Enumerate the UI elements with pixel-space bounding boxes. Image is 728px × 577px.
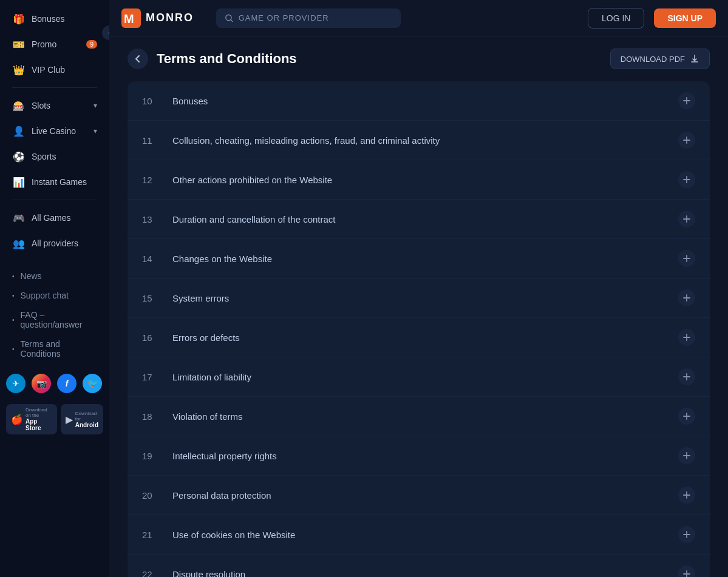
sidebar-item-all-games[interactable]: 🎮 All Games (6, 206, 103, 229)
apple-icon: 🍎 (11, 414, 23, 425)
terms-number: 12 (142, 175, 160, 185)
terms-expand-button[interactable] (678, 289, 695, 306)
terms-expand-button[interactable] (678, 132, 695, 149)
sidebar-item-label: Promo (32, 39, 56, 49)
terms-item[interactable]: 22 Dispute resolution (128, 555, 710, 577)
google-play-label: Android (75, 422, 98, 428)
sidebar-item-sports[interactable]: ⚽ Sports (6, 145, 103, 168)
terms-expand-button[interactable] (678, 211, 695, 228)
terms-label: Changes on the Website (172, 254, 666, 264)
google-play-sublabel: Download for (75, 411, 98, 422)
plus-icon (682, 451, 691, 460)
sidebar-item-label: Bonuses (32, 14, 64, 24)
plus-icon (682, 175, 691, 184)
terms-label: Intellectual property rights (172, 451, 666, 461)
vip-icon: 👑 (12, 63, 26, 76)
terms-item[interactable]: 11 Collusion, cheating, misleading actio… (128, 121, 710, 160)
sidebar-link-label: News (21, 271, 42, 281)
sidebar-item-promo[interactable]: 🎫 Promo 9 (6, 33, 103, 56)
terms-label: Dispute resolution (172, 569, 666, 578)
sidebar-item-slots[interactable]: 🎰 Slots ▾ (6, 94, 103, 117)
app-store-button[interactable]: 🍎 Download on the App Store (6, 404, 57, 434)
terms-item[interactable]: 13 Duration and cancellation of the cont… (128, 200, 710, 239)
terms-label: Other actions prohibited on the Website (172, 175, 666, 185)
terms-expand-button[interactable] (678, 487, 695, 504)
plus-icon (682, 570, 691, 577)
logo[interactable]: M MONRO (121, 8, 206, 28)
terms-item[interactable]: 17 Limitation of liability (128, 357, 710, 397)
terms-item[interactable]: 12 Other actions prohibited on the Websi… (128, 160, 710, 200)
terms-number: 14 (142, 254, 160, 264)
terms-item[interactable]: 16 Errors or defects (128, 318, 710, 357)
terms-label: Violation of terms (172, 411, 666, 422)
terms-number: 18 (142, 411, 160, 422)
svg-line-3 (231, 19, 233, 21)
terms-item[interactable]: 15 System errors (128, 278, 710, 318)
terms-expand-button[interactable] (678, 368, 695, 385)
sidebar-item-instant-games[interactable]: 📊 Instant Games (6, 170, 103, 194)
terms-item[interactable]: 21 Use of cookies on the Website (128, 515, 710, 555)
terms-expand-button[interactable] (678, 329, 695, 346)
plus-icon (682, 530, 691, 539)
terms-number: 17 (142, 372, 160, 382)
live-casino-icon: 👤 (12, 124, 26, 138)
app-download: 🍎 Download on the App Store ▶ Download f… (0, 399, 109, 439)
sidebar-link-faq[interactable]: FAQ – question/answer (6, 306, 103, 334)
plus-icon (682, 254, 691, 263)
sidebar-item-all-providers[interactable]: 👥 All providers (6, 232, 103, 255)
terms-expand-button[interactable] (678, 250, 695, 267)
sidebar-item-label: All Games (32, 213, 71, 223)
app-store-label: App Store (26, 418, 52, 431)
sidebar-item-live-casino[interactable]: 👤 Live Casino ▾ (6, 120, 103, 143)
plus-icon (682, 96, 691, 105)
download-pdf-button[interactable]: DOWNLOAD PDF (610, 49, 710, 69)
page-title: Terms and Conditions (157, 51, 297, 67)
terms-expand-button[interactable] (678, 408, 695, 425)
search-bar[interactable] (216, 8, 401, 28)
android-icon: ▶ (66, 414, 73, 425)
terms-expand-button[interactable] (678, 565, 695, 577)
sidebar-social: ✈ 📷 f 🐦 (0, 368, 109, 399)
terms-item[interactable]: 20 Personal data protection (128, 476, 710, 515)
facebook-icon[interactable]: f (57, 374, 77, 393)
terms-item[interactable]: 14 Changes on the Website (128, 239, 710, 278)
terms-number: 15 (142, 293, 160, 303)
search-input[interactable] (239, 13, 392, 22)
sidebar-link-label: Support chat (21, 291, 69, 300)
terms-label: Limitation of liability (172, 372, 666, 382)
terms-number: 13 (142, 214, 160, 224)
promo-icon: 🎫 (12, 38, 26, 51)
slots-icon: 🎰 (12, 99, 26, 112)
login-button[interactable]: LOG IN (588, 8, 644, 29)
instagram-icon[interactable]: 📷 (32, 374, 51, 393)
sidebar-item-label: Live Casino (32, 126, 76, 136)
terms-item[interactable]: 18 Violation of terms (128, 397, 710, 436)
twitter-icon[interactable]: 🐦 (83, 374, 102, 393)
terms-expand-button[interactable] (678, 171, 695, 188)
terms-expand-button[interactable] (678, 92, 695, 109)
terms-item[interactable]: 19 Intellectual property rights (128, 436, 710, 476)
terms-number: 22 (142, 569, 160, 578)
signup-button[interactable]: SIGN UP (654, 8, 716, 28)
promo-badge: 9 (86, 40, 97, 49)
terms-expand-button[interactable] (678, 526, 695, 543)
sidebar-link-support[interactable]: Support chat (6, 286, 103, 305)
terms-expand-button[interactable] (678, 447, 695, 464)
sidebar-item-vip[interactable]: 👑 VIP Club (6, 58, 103, 81)
back-button[interactable] (128, 49, 148, 69)
terms-label: Duration and cancellation of the contrac… (172, 214, 666, 224)
telegram-icon[interactable]: ✈ (6, 374, 26, 393)
terms-number: 11 (142, 135, 160, 146)
terms-number: 16 (142, 332, 160, 343)
sidebar-item-label: VIP Club (32, 65, 65, 75)
sidebar-link-news[interactable]: News (6, 267, 103, 285)
terms-label: Collusion, cheating, misleading actions,… (172, 135, 666, 146)
sidebar-item-label: All providers (32, 238, 78, 248)
sidebar-item-bonuses[interactable]: 🎁 Bonuses (6, 7, 103, 30)
terms-item[interactable]: 10 Bonuses (128, 81, 710, 121)
sports-icon: ⚽ (12, 150, 26, 163)
google-play-button[interactable]: ▶ Download for Android (61, 404, 103, 434)
instant-games-icon: 📊 (12, 175, 26, 189)
search-icon (225, 13, 234, 23)
sidebar-link-terms[interactable]: Terms and Conditions (6, 335, 103, 363)
